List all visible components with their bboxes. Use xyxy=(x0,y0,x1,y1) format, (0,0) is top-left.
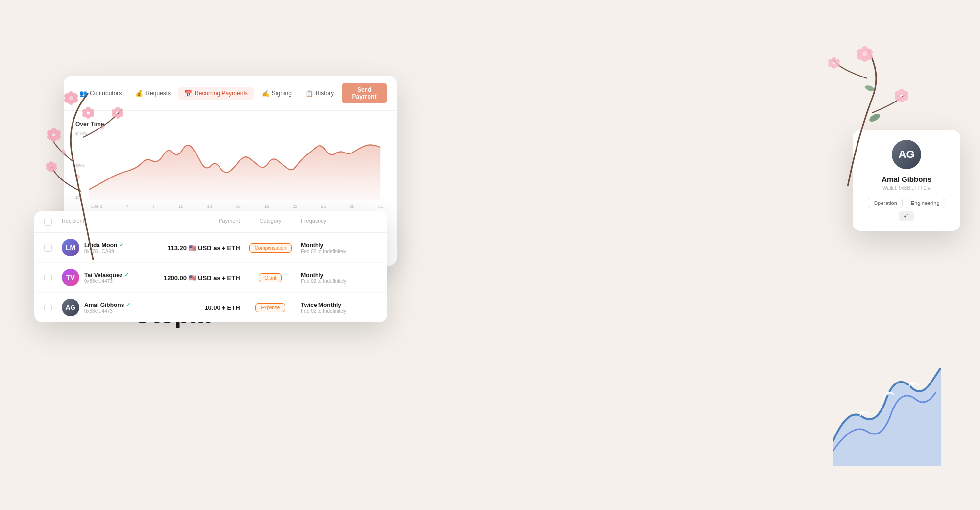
row3-avatar: AG xyxy=(62,299,79,316)
svg-point-60 xyxy=(864,84,875,92)
row3-freq-info: Twice Monthly Feb 02 to Indefinitely xyxy=(301,302,377,314)
table-card: Recipient Payment Category Frequency LM … xyxy=(34,211,387,322)
profile-avatar: AG xyxy=(892,140,921,169)
row3-amount: 10.00 ♦ ETH xyxy=(204,304,240,311)
chart-section: Over Time $100k $60k $0 xyxy=(64,111,397,220)
svg-point-44 xyxy=(857,53,864,60)
row3-category: Expense xyxy=(240,303,301,312)
row1-payment: 113.20 🇺🇸 USD as ♦ ETH xyxy=(164,243,240,252)
table-row: AG Amal Gibbons ✓ 0x88e...4473 10.00 ♦ E… xyxy=(34,293,387,322)
x-label-3: 10 xyxy=(178,204,183,209)
row1-category: Compensation xyxy=(240,243,301,253)
x-label-0: Dec 1 xyxy=(91,204,103,209)
recurring-icon: 📅 xyxy=(184,90,192,97)
svg-point-53 xyxy=(832,57,836,62)
table-header: Recipient Payment Category Frequency xyxy=(34,211,387,233)
row2-name: Tai Velasquez ✓ xyxy=(84,272,129,279)
row1-check xyxy=(44,244,62,252)
profile-tag-more[interactable]: +1 xyxy=(899,211,915,221)
profile-name: Amal Gibbons xyxy=(882,175,931,183)
x-label-4: 13 xyxy=(207,204,212,209)
svg-point-57 xyxy=(828,62,833,67)
profile-tag-operation[interactable]: Operation xyxy=(868,198,902,208)
svg-point-56 xyxy=(832,64,836,69)
svg-point-50 xyxy=(899,97,905,102)
x-label-10: 31 xyxy=(378,204,383,209)
row3-checkbox[interactable] xyxy=(44,304,52,311)
row3-address: 0x88e...4473 xyxy=(84,308,130,314)
col-payment-header: Payment xyxy=(164,218,240,226)
svg-point-63 xyxy=(910,382,914,385)
svg-point-48 xyxy=(903,91,908,97)
send-payment-button[interactable]: Send Payment xyxy=(342,83,387,103)
row3-verified: ✓ xyxy=(126,302,130,308)
row2-category-badge: Grant xyxy=(259,273,282,282)
row2-amount: 1200.00 🇺🇸 USD as ♦ ETH xyxy=(164,274,240,281)
row3-check xyxy=(44,304,62,311)
col-frequency-header: Frequency xyxy=(301,218,377,226)
x-label-8: 25 xyxy=(321,204,326,209)
svg-point-49 xyxy=(903,95,908,101)
tab-contributors[interactable]: 👥 Contributors xyxy=(74,87,127,100)
contributors-icon: 👥 xyxy=(79,90,87,97)
row2-address: 0x88e...4473 xyxy=(84,279,129,284)
chart-x-labels: Dec 1 4 7 10 13 16 19 22 25 28 31 xyxy=(89,204,385,209)
chart-svg xyxy=(89,131,385,200)
row2-checkbox[interactable] xyxy=(44,274,52,281)
select-all-checkbox[interactable] xyxy=(44,218,52,226)
wave-decoration xyxy=(833,368,941,466)
row3-name: Amal Gibbons ✓ xyxy=(84,302,130,308)
svg-point-51 xyxy=(895,95,901,101)
x-label-5: 16 xyxy=(236,204,241,209)
row1-avatar: LM xyxy=(62,239,79,256)
profile-tags: Operation Engineering +1 xyxy=(862,198,951,221)
row2-verified: ✓ xyxy=(124,272,129,278)
col-recipient-header: Recipient xyxy=(62,218,164,226)
row2-freq-sub: Feb 02 to Indefinitely xyxy=(301,279,377,284)
row1-address: 0x278...CA99 xyxy=(84,249,123,254)
tab-history[interactable]: 📋 History xyxy=(299,87,340,100)
svg-point-46 xyxy=(862,51,867,56)
row2-payment: 1200.00 🇺🇸 USD as ♦ ETH xyxy=(164,273,240,282)
profile-tag-engineering[interactable]: Engineering xyxy=(906,198,945,208)
svg-point-55 xyxy=(835,62,840,67)
row3-frequency: Twice Monthly Feb 02 to Indefinitely xyxy=(301,302,377,314)
row1-freq-main: Monthly xyxy=(301,242,377,249)
svg-point-58 xyxy=(828,59,833,64)
requests-icon: 💰 xyxy=(135,90,143,97)
row3-info: Amal Gibbons ✓ 0x88e...4473 xyxy=(84,302,130,314)
signing-icon: ✍️ xyxy=(262,90,270,97)
svg-point-43 xyxy=(861,55,868,62)
x-label-1: 4 xyxy=(126,204,129,209)
tab-requests[interactable]: 💰 Requests xyxy=(129,87,176,100)
row1-verified: ✓ xyxy=(119,242,123,248)
row3-payment: 10.00 ♦ ETH xyxy=(164,303,240,312)
table-row: LM Linda Moon ✓ 0x278...CA99 113.20 🇺🇸 U… xyxy=(34,233,387,263)
row2-frequency: Monthly Feb 02 to Indefinitely xyxy=(301,272,377,284)
chart-title: Over Time xyxy=(75,121,385,128)
svg-point-40 xyxy=(861,46,868,53)
row1-freq-sub: Feb 02 to Indefinitely xyxy=(301,249,377,254)
tab-recurring[interactable]: 📅 Recurring Payments xyxy=(178,87,254,100)
row2-recipient: TV Tai Velasquez ✓ 0x88e...4473 xyxy=(62,269,164,286)
row2-avatar: TV xyxy=(62,269,79,286)
row1-name: Linda Moon ✓ xyxy=(84,242,123,249)
row2-freq-info: Monthly Feb 02 to Indefinitely xyxy=(301,272,377,284)
x-label-7: 22 xyxy=(293,204,297,209)
svg-point-59 xyxy=(868,112,882,123)
svg-point-41 xyxy=(866,49,873,55)
table-row: TV Tai Velasquez ✓ 0x88e...4473 1200.00 … xyxy=(34,263,387,293)
svg-point-42 xyxy=(866,53,873,60)
row1-freq-info: Monthly Feb 02 to Indefinitely xyxy=(301,242,377,254)
x-label-6: 19 xyxy=(264,204,269,209)
row3-recipient: AG Amal Gibbons ✓ 0x88e...4473 xyxy=(62,299,164,316)
x-label-2: 7 xyxy=(152,204,155,209)
profile-wallet: Wallet: 0xBB...FFF1 # xyxy=(882,185,930,191)
row3-freq-main: Twice Monthly xyxy=(301,302,377,308)
chart-wrapper: $100k $60k $0 Dec 1 4 7 xyxy=(75,131,385,210)
tab-signing[interactable]: ✍️ Signing xyxy=(256,87,297,100)
row1-frequency: Monthly Feb 02 to Indefinitely xyxy=(301,242,377,254)
row1-info: Linda Moon ✓ 0x278...CA99 xyxy=(84,242,123,254)
x-label-9: 28 xyxy=(350,204,355,209)
row1-checkbox[interactable] xyxy=(44,244,52,252)
